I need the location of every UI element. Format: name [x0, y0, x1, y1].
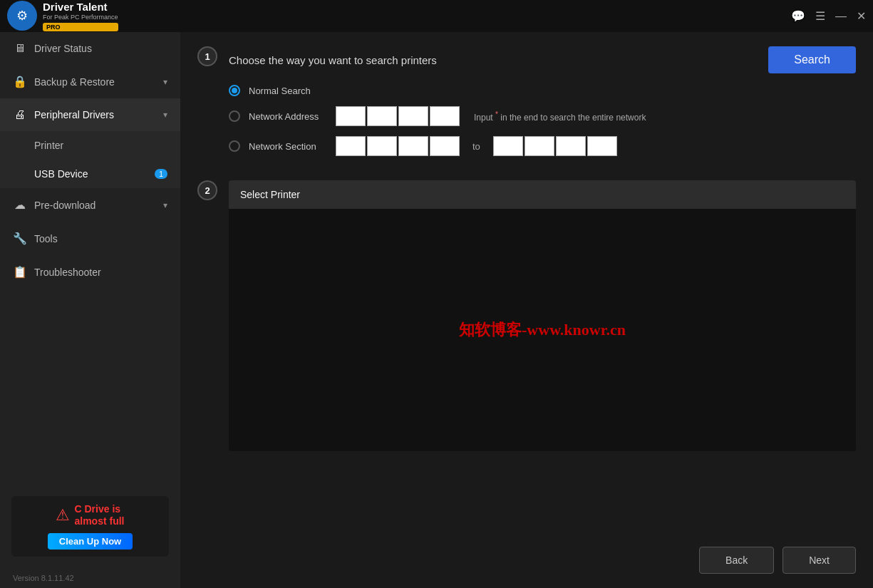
drive-warning-text: C Drive is almost full [74, 503, 124, 527]
sidebar-item-label: Pre-download [34, 200, 95, 211]
app-name: Driver Talent [43, 1, 118, 14]
radio-normal-search[interactable] [229, 85, 240, 96]
ip-to-box-4[interactable] [587, 136, 617, 156]
network-section-from-inputs [336, 136, 460, 156]
sidebar-item-usb-device[interactable]: USB Device 1 [0, 160, 180, 188]
drive-warning-box: ⚠ C Drive is almost full Clean Up Now [11, 496, 169, 557]
step1-circle: 1 [197, 46, 217, 66]
ip-box-2[interactable] [367, 106, 397, 126]
drive-warning-section: ⚠ C Drive is almost full Clean Up Now [0, 485, 180, 568]
logo-text: Driver Talent For Peak PC Performance PR… [43, 1, 118, 31]
sidebar-item-printer[interactable]: Printer [0, 131, 180, 160]
radio-network-section[interactable] [229, 140, 240, 152]
sidebar-item-label: Tools [34, 233, 58, 244]
pre-download-icon: ☁ [13, 198, 27, 212]
sidebar-item-label: Peripheral Drivers [34, 109, 114, 120]
ip-from-box-3[interactable] [398, 136, 428, 156]
to-label: to [472, 141, 480, 152]
sidebar-item-peripheral-drivers[interactable]: 🖨 Peripheral Drivers ▾ [0, 98, 180, 131]
troubleshooter-icon: 📋 [13, 265, 27, 279]
ip-to-box-2[interactable] [525, 136, 554, 156]
select-printer-header: Select Printer [229, 180, 856, 209]
printer-list-area: 知软博客-www.knowr.cn [229, 209, 856, 451]
sidebar-item-label: Driver Status [34, 43, 92, 54]
sidebar-item-pre-download[interactable]: ☁ Pre-download ▾ [0, 188, 180, 222]
step2-circle: 2 [197, 180, 217, 200]
ip-box-1[interactable] [336, 106, 366, 126]
chat-icon[interactable]: 💬 [791, 9, 805, 23]
network-section-to-inputs [493, 136, 617, 156]
ip-box-3[interactable] [398, 106, 428, 126]
printer-label: Printer [34, 140, 63, 151]
chevron-down-icon: ▾ [163, 110, 167, 120]
search-button[interactable]: Search [768, 46, 856, 73]
app-logo: ⚙ Driver Talent For Peak PC Performance … [7, 1, 118, 31]
next-button[interactable]: Next [782, 547, 856, 574]
radio-row-normal: Normal Search [229, 85, 856, 96]
sidebar-item-label: Backup & Restore [34, 76, 115, 88]
main-content: 1 Choose the way you want to search prin… [180, 32, 873, 588]
sidebar-item-backup-restore[interactable]: 🔒 Backup & Restore ▾ [0, 65, 180, 98]
sidebar: 🖥 Driver Status 🔒 Backup & Restore ▾ 🖨 P… [0, 32, 180, 588]
sidebar-item-tools[interactable]: 🔧 Tools [0, 222, 180, 255]
pro-badge: PRO [43, 23, 118, 31]
sidebar-item-troubleshooter[interactable]: 📋 Troubleshooter [0, 255, 180, 289]
driver-status-icon: 🖥 [13, 42, 27, 55]
watermark-text: 知软博客-www.knowr.cn [459, 319, 626, 341]
backup-restore-icon: 🔒 [13, 75, 27, 88]
peripheral-drivers-icon: 🖨 [13, 108, 27, 121]
ip-to-box-1[interactable] [493, 136, 523, 156]
sidebar-item-driver-status[interactable]: 🖥 Driver Status [0, 32, 180, 65]
ip-from-box-4[interactable] [430, 136, 460, 156]
usb-device-badge: 1 [155, 169, 167, 179]
sidebar-item-label: Troubleshooter [34, 267, 101, 278]
ip-from-box-2[interactable] [367, 136, 397, 156]
ip-from-box-1[interactable] [336, 136, 366, 156]
menu-icon[interactable]: ☰ [815, 9, 825, 23]
ip-to-box-3[interactable] [556, 136, 586, 156]
app-subtitle: For Peak PC Performance [43, 14, 118, 21]
logo-icon: ⚙ [7, 1, 37, 31]
main-layout: 🖥 Driver Status 🔒 Backup & Restore ▾ 🖨 P… [0, 32, 873, 588]
network-address-label: Network Address [249, 111, 327, 122]
close-icon[interactable]: ✕ [857, 9, 866, 23]
warning-icon: ⚠ [56, 506, 70, 525]
chevron-down-icon: ▾ [163, 200, 167, 210]
step1-header: Choose the way you want to search printe… [229, 46, 856, 73]
drive-warning-top: ⚠ C Drive is almost full [56, 503, 124, 527]
step1-content: Choose the way you want to search printe… [229, 46, 856, 166]
step1-title: Choose the way you want to search printe… [229, 54, 437, 66]
tools-icon: 🔧 [13, 232, 27, 245]
radio-row-network-section: Network Section to [229, 136, 856, 156]
ip-box-4[interactable] [430, 106, 460, 126]
radio-network-address[interactable] [229, 110, 240, 122]
bottom-navigation: Back Next [197, 540, 856, 574]
peripheral-drivers-submenu: Printer USB Device 1 [0, 131, 180, 188]
chevron-down-icon: ▾ [163, 77, 167, 87]
version-label: Version 8.1.11.42 [0, 568, 180, 588]
network-address-inputs [336, 106, 460, 126]
step2-section: 2 Select Printer 知软博客-www.knowr.cn [197, 180, 856, 528]
window-controls: 💬 ☰ — ✕ [791, 9, 866, 23]
normal-search-label: Normal Search [249, 86, 327, 96]
network-section-label: Network Section [249, 141, 327, 152]
usb-device-label: USB Device [34, 168, 88, 180]
step2-content: Select Printer 知软博客-www.knowr.cn [229, 180, 856, 451]
network-address-hint: Input * in the end to search the entire … [474, 110, 646, 123]
minimize-icon[interactable]: — [835, 10, 847, 23]
titlebar: ⚙ Driver Talent For Peak PC Performance … [0, 0, 873, 32]
radio-row-network-address: Network Address Input * in the end to se… [229, 106, 856, 126]
step1-section: 1 Choose the way you want to search prin… [197, 46, 856, 166]
cleanup-button[interactable]: Clean Up Now [48, 533, 133, 550]
back-button[interactable]: Back [699, 547, 774, 574]
